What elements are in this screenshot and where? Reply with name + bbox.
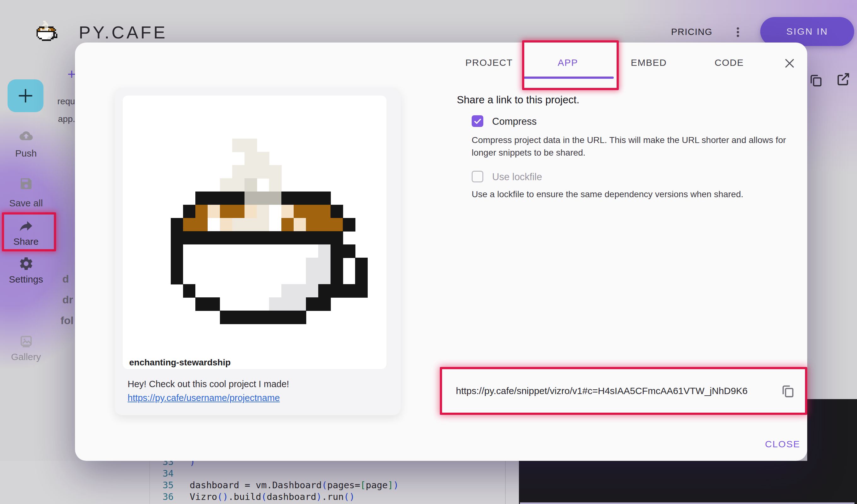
share-message: Hey! Check out this cool project I made! <box>128 379 289 389</box>
compress-checkbox[interactable] <box>472 115 483 127</box>
share-arrow-icon <box>18 218 34 234</box>
sidebar-label: Push <box>0 148 52 159</box>
tab-project[interactable]: PROJECT <box>465 57 513 68</box>
project-link[interactable]: https://py.cafe/username/projectname <box>128 393 280 403</box>
sidebar-label: Save all <box>0 198 52 208</box>
share-heading: Share a link to this project. <box>457 94 579 106</box>
gallery-image-icon <box>19 335 34 348</box>
code-line[interactable]: 34 <box>0 468 519 480</box>
editor-right-divider <box>505 461 506 504</box>
brand-title[interactable]: PY.CAFE <box>79 22 167 43</box>
tab-embed[interactable]: EMBED <box>631 57 667 68</box>
editor-hint-fragment: dr <box>62 293 73 306</box>
code-editor[interactable]: 33)3435dashboard = vm.Dashboard(pages=[p… <box>0 461 519 504</box>
file-label-app[interactable]: app. <box>58 114 75 124</box>
code-line[interactable]: 35dashboard = vm.Dashboard(pages=[page]) <box>0 480 519 491</box>
app-preview-panel <box>519 461 857 504</box>
app-preview-edge <box>520 502 855 504</box>
editor-hint-fragment: d <box>62 273 69 285</box>
lockfile-label[interactable]: Use lockfile <box>492 171 542 183</box>
close-icon[interactable] <box>783 56 796 70</box>
sidebar-item-gallery[interactable]: Gallery <box>0 335 52 362</box>
add-file-plus-icon[interactable]: + <box>67 66 76 83</box>
close-button[interactable]: CLOSE <box>765 439 800 450</box>
sign-in-label: SIGN IN <box>786 26 828 37</box>
share-url-field[interactable]: https://py.cafe/snippet/vizro/v1#c=H4sIA… <box>440 367 807 415</box>
kebab-menu-icon[interactable] <box>732 24 744 40</box>
pycafe-logo-icon[interactable] <box>35 21 57 41</box>
compress-label[interactable]: Compress <box>492 116 537 127</box>
new-project-button[interactable] <box>7 79 44 112</box>
panel-divider <box>149 461 150 504</box>
lockfile-checkbox[interactable] <box>472 171 483 182</box>
sidebar-label: Settings <box>0 274 52 285</box>
open-in-new-icon[interactable] <box>835 71 851 87</box>
lockfile-description: Use a lockfile to ensure the same depend… <box>472 188 799 201</box>
copy-url-icon[interactable] <box>780 383 795 399</box>
compress-description: Compress project data in the URL. This w… <box>472 134 799 159</box>
pycafe-app: PY.CAFE PRICING SIGN IN Push <box>0 0 857 504</box>
cloud-upload-icon <box>18 129 34 142</box>
sidebar-item-share[interactable]: Share <box>0 218 52 247</box>
gear-icon <box>18 256 34 271</box>
sidebar-label: Gallery <box>0 352 52 362</box>
sign-in-button[interactable]: SIGN IN <box>760 17 854 46</box>
copy-icon[interactable] <box>808 72 823 88</box>
code-line[interactable]: 33) <box>0 461 519 468</box>
file-label-requirements[interactable]: requ <box>57 96 75 106</box>
project-name: enchanting-stewardship <box>129 357 231 368</box>
tab-app[interactable]: APP <box>558 57 578 68</box>
sidebar-item-save-all[interactable]: Save all <box>0 177 52 208</box>
sidebar-item-settings[interactable]: Settings <box>0 256 52 285</box>
pricing-link[interactable]: PRICING <box>671 27 712 37</box>
plus-icon <box>15 86 36 106</box>
share-url-text[interactable]: https://py.cafe/snippet/vizro/v1#c=H4sIA… <box>456 386 774 396</box>
sidebar-item-push[interactable]: Push <box>0 129 52 159</box>
check-icon <box>473 117 482 126</box>
editor-hint-fragment: fol <box>61 314 74 327</box>
active-tab-underline <box>523 77 614 79</box>
sidebar-label: Share <box>0 236 52 247</box>
floppy-save-icon <box>19 177 33 191</box>
code-line[interactable]: 36Vizro().build(dashboard).run() <box>0 491 519 503</box>
tab-code[interactable]: CODE <box>715 57 744 68</box>
pixel-coffee-art <box>158 139 367 324</box>
